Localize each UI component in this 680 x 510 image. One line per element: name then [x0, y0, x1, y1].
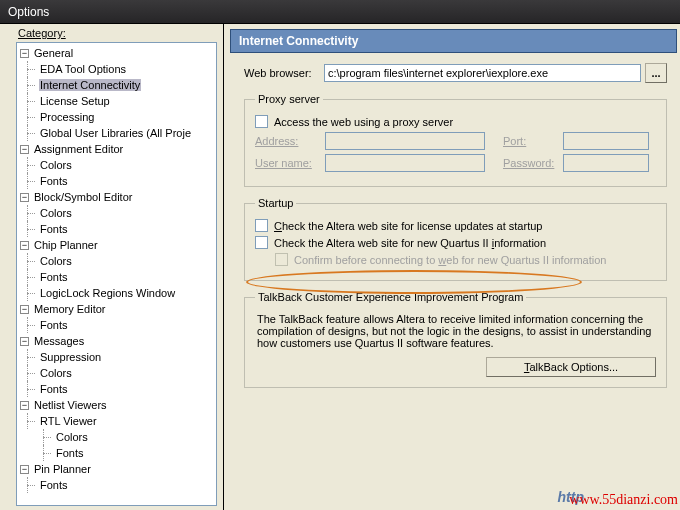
tree-memory[interactable]: −Memory Editor — [17, 301, 216, 317]
settings-pane: Internet Connectivity Web browser: ... P… — [224, 24, 680, 510]
startup-legend: Startup — [255, 197, 296, 209]
talkback-legend: TalkBack Customer Experience Improvement… — [255, 291, 526, 303]
tree-netlist[interactable]: −Netlist Viewers — [17, 397, 216, 413]
collapse-icon[interactable]: − — [20, 401, 29, 410]
window-titlebar: Options — [0, 0, 680, 24]
port-label: Port: — [503, 135, 563, 147]
password-label: Password: — [503, 157, 563, 169]
tree-asg-fonts[interactable]: Fonts — [17, 173, 216, 189]
web-browser-label: Web browser: — [244, 67, 324, 79]
proxy-group: Proxy server Access the web using a prox… — [244, 93, 667, 187]
port-input — [563, 132, 649, 150]
collapse-icon[interactable]: − — [20, 337, 29, 346]
tree-chip-fonts[interactable]: Fonts — [17, 269, 216, 285]
tree-pin[interactable]: −Pin Planner — [17, 461, 216, 477]
proxy-checkbox[interactable] — [255, 115, 268, 128]
page-title: Internet Connectivity — [230, 29, 677, 53]
tree-global[interactable]: Global User Libraries (All Proje — [17, 125, 216, 141]
confirm-checkbox — [275, 253, 288, 266]
tree-general[interactable]: −General — [17, 45, 216, 61]
tree-asg-colors[interactable]: Colors — [17, 157, 216, 173]
tree-logiclock[interactable]: LogicLock Regions Window — [17, 285, 216, 301]
tree-pin-fonts[interactable]: Fonts — [17, 477, 216, 493]
browse-button[interactable]: ... — [645, 63, 667, 83]
talkback-group: TalkBack Customer Experience Improvement… — [244, 291, 667, 388]
tree-processing[interactable]: Processing — [17, 109, 216, 125]
collapse-icon[interactable]: − — [20, 241, 29, 250]
address-input — [325, 132, 485, 150]
tree-block-fonts[interactable]: Fonts — [17, 221, 216, 237]
tree-block-colors[interactable]: Colors — [17, 205, 216, 221]
watermark: www.55dianzi.com — [569, 492, 678, 508]
tree-mem-fonts[interactable]: Fonts — [17, 317, 216, 333]
tree-msg-colors[interactable]: Colors — [17, 365, 216, 381]
info-checkbox[interactable] — [255, 236, 268, 249]
category-tree[interactable]: −General EDA Tool Options Internet Conne… — [16, 42, 217, 506]
password-input — [563, 154, 649, 172]
collapse-icon[interactable]: − — [20, 145, 29, 154]
proxy-legend: Proxy server — [255, 93, 323, 105]
category-pane: Category: −General EDA Tool Options Inte… — [0, 24, 224, 510]
info-check-label: Check the Altera web site for new Quartu… — [274, 237, 546, 249]
user-label: User name: — [255, 157, 325, 169]
talkback-options-button[interactable]: TalkBack Options... — [486, 357, 656, 377]
talkback-body: The TalkBack feature allows Altera to re… — [255, 309, 656, 357]
tree-assignment[interactable]: −Assignment Editor — [17, 141, 216, 157]
tree-rtl[interactable]: RTL Viewer — [17, 413, 216, 429]
tree-msg-suppression[interactable]: Suppression — [17, 349, 216, 365]
collapse-icon[interactable]: − — [20, 193, 29, 202]
collapse-icon[interactable]: − — [20, 465, 29, 474]
address-label: Address: — [255, 135, 325, 147]
tree-rtl-colors[interactable]: Colors — [17, 429, 216, 445]
tree-chip-colors[interactable]: Colors — [17, 253, 216, 269]
tree-internet[interactable]: Internet Connectivity — [17, 77, 216, 93]
tree-block[interactable]: −Block/Symbol Editor — [17, 189, 216, 205]
collapse-icon[interactable]: − — [20, 305, 29, 314]
tree-eda[interactable]: EDA Tool Options — [17, 61, 216, 77]
tree-msg-fonts[interactable]: Fonts — [17, 381, 216, 397]
collapse-icon[interactable]: − — [20, 49, 29, 58]
web-browser-input[interactable] — [324, 64, 641, 82]
tree-messages[interactable]: −Messages — [17, 333, 216, 349]
dialog-content: Category: −General EDA Tool Options Inte… — [0, 24, 680, 510]
confirm-label: Confirm before connecting to web for new… — [294, 254, 606, 266]
tree-rtl-fonts[interactable]: Fonts — [17, 445, 216, 461]
license-check-label: CCheck the Altera web site for license u… — [274, 220, 542, 232]
category-label: Category: — [0, 24, 223, 42]
license-checkbox[interactable] — [255, 219, 268, 232]
proxy-access-label: Access the web using a proxy server — [274, 116, 453, 128]
tree-chip[interactable]: −Chip Planner — [17, 237, 216, 253]
startup-group: Startup CCheck the Altera web site for l… — [244, 197, 667, 281]
tree-license[interactable]: License Setup — [17, 93, 216, 109]
user-input — [325, 154, 485, 172]
